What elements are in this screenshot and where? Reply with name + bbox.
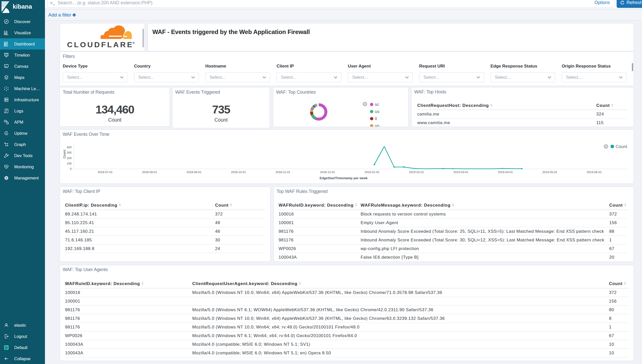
- svg-text:D: D: [5, 346, 7, 350]
